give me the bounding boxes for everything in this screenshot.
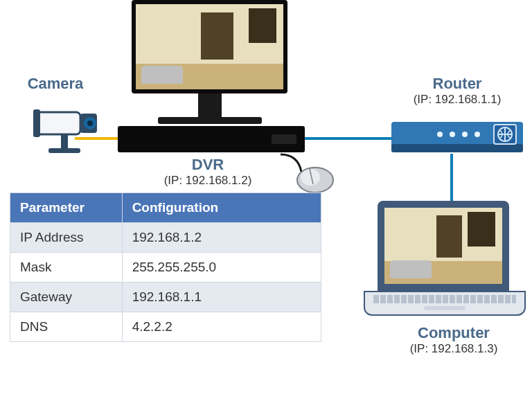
dvr-ip: (IP: 192.168.1.2) <box>139 174 277 188</box>
param-name: Mask <box>10 253 123 283</box>
param-name: IP Address <box>10 223 123 253</box>
monitor-screen <box>136 4 283 89</box>
table-row: DNS 4.2.2.2 <box>10 312 321 342</box>
table-header-configuration: Configuration <box>122 193 321 223</box>
computer-label-group: Computer (IP: 192.168.1.3) <box>391 324 516 356</box>
router-icon <box>391 116 523 161</box>
config-table: Parameter Configuration IP Address 192.1… <box>10 192 321 342</box>
param-value: 255.255.255.0 <box>122 253 321 283</box>
table-row: IP Address 192.168.1.2 <box>10 223 321 253</box>
cable-dvr-router <box>305 137 393 140</box>
param-value: 4.2.2.2 <box>122 312 321 342</box>
router-label: Router <box>388 75 526 93</box>
svg-point-12 <box>437 132 443 137</box>
param-value: 192.168.1.1 <box>122 283 321 312</box>
svg-rect-6 <box>48 148 80 153</box>
svg-point-13 <box>450 132 455 137</box>
param-name: DNS <box>10 312 123 342</box>
table-header-parameter: Parameter <box>10 193 123 223</box>
svg-rect-1 <box>33 109 40 137</box>
svg-point-4 <box>87 120 93 126</box>
svg-point-14 <box>462 132 468 137</box>
dvr-icon <box>118 126 305 152</box>
svg-rect-11 <box>391 144 523 152</box>
dvr-label-group: DVR (IP: 192.168.1.2) <box>139 156 277 188</box>
computer-icon <box>378 201 526 316</box>
param-name: Gateway <box>10 283 123 312</box>
cable-router-computer <box>450 154 453 204</box>
table-row: Mask 255.255.255.0 <box>10 253 321 283</box>
svg-point-15 <box>475 132 480 137</box>
table-header-row: Parameter Configuration <box>10 193 321 223</box>
camera-icon <box>21 102 104 161</box>
svg-rect-0 <box>35 112 80 134</box>
dvr-label: DVR <box>139 156 277 174</box>
cable-camera-dvr <box>75 137 118 140</box>
router-label-group: Router (IP: 192.168.1.1) <box>388 75 526 107</box>
laptop-screen <box>384 208 502 284</box>
param-value: 192.168.1.2 <box>122 223 321 253</box>
computer-ip: (IP: 192.168.1.3) <box>391 342 516 356</box>
dvr-monitor-icon <box>132 0 287 124</box>
router-ip: (IP: 192.168.1.1) <box>388 93 526 107</box>
computer-label: Computer <box>391 324 516 342</box>
table-row: Gateway 192.168.1.1 <box>10 283 321 312</box>
camera-label: Camera <box>7 75 104 93</box>
svg-rect-5 <box>61 134 68 150</box>
